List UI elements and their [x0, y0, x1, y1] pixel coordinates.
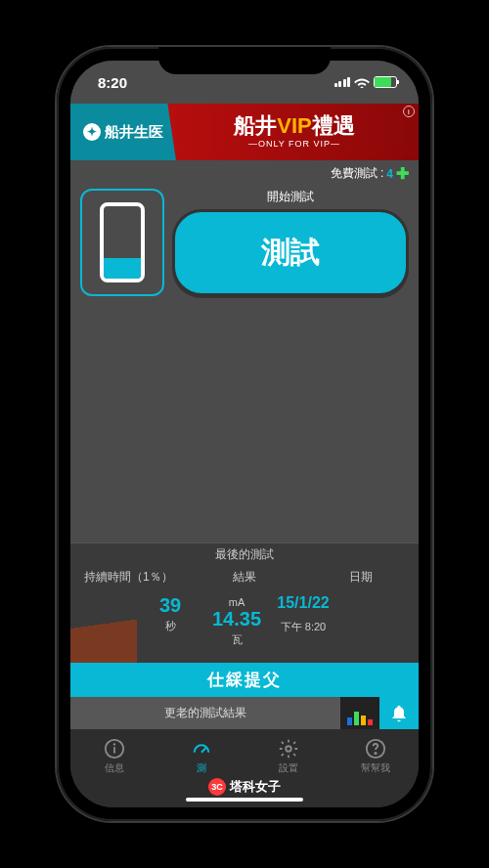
- gear-icon: [277, 738, 300, 760]
- col-result-header: 結果: [187, 566, 303, 588]
- home-indicator-area: 3C 塔科女子: [70, 784, 419, 807]
- start-test-label: 開始測試: [172, 189, 409, 205]
- watermark: 3C 塔科女子: [208, 778, 281, 796]
- result-cell: mA 14.35 瓦: [203, 588, 270, 663]
- col-duration-header: 持續時間（1％）: [70, 566, 187, 588]
- battery-icon: [374, 76, 397, 88]
- bell-icon: [389, 704, 409, 723]
- results-panel: 最後的測試 持續時間（1％） 結果 日期 39 秒 mA 14.35 瓦: [70, 542, 419, 729]
- info-icon: [103, 738, 126, 760]
- signal-icon: [334, 77, 351, 87]
- svg-rect-1: [113, 747, 115, 753]
- tab-bar: 信息 測 設置 幫幫我: [70, 729, 419, 784]
- bell-button[interactable]: [379, 697, 419, 729]
- watermark-icon: 3C: [208, 778, 226, 796]
- results-title: 最後的測試: [70, 543, 419, 566]
- ad-text: 船井VIP禮遇 —ONLY FOR VIP—: [176, 115, 419, 149]
- date-cell: 15/1/22 下午 8:20: [270, 588, 336, 663]
- tab-settings[interactable]: 設置: [244, 729, 332, 784]
- phone-frame: 8:20 ✦ 船井生医 船井VIP禮遇 —ONLY FOR VIP—: [57, 47, 432, 821]
- status-time: 8:20: [98, 74, 127, 91]
- chart-icon[interactable]: [340, 697, 379, 729]
- free-test-counter: 免費測試 : 4 ✚: [70, 160, 419, 185]
- ad-banner[interactable]: ✦ 船井生医 船井VIP禮遇 —ONLY FOR VIP— i: [70, 104, 419, 160]
- col-date-header: 日期: [302, 566, 419, 588]
- older-results-button[interactable]: 更老的測試結果: [70, 697, 340, 729]
- svg-point-4: [286, 746, 291, 752]
- gauge-icon: [190, 738, 213, 760]
- battery-indicator: [80, 189, 164, 296]
- home-indicator[interactable]: [186, 798, 303, 802]
- tab-test[interactable]: 測: [157, 729, 244, 784]
- ad-info-icon[interactable]: i: [403, 106, 415, 117]
- svg-point-2: [112, 743, 114, 745]
- svg-line-3: [201, 748, 206, 753]
- tab-info[interactable]: 信息: [70, 729, 157, 784]
- submit-button[interactable]: 仕綵提父: [70, 663, 419, 697]
- svg-point-6: [375, 753, 376, 754]
- test-button[interactable]: 測試: [172, 209, 409, 296]
- ad-brand: ✦ 船井生医: [70, 104, 176, 160]
- duration-cell: 39 秒: [137, 588, 203, 663]
- notch: [158, 47, 331, 74]
- plus-icon[interactable]: ✚: [396, 164, 409, 183]
- status-right: [334, 76, 398, 88]
- tab-help[interactable]: 幫幫我: [332, 729, 419, 784]
- ad-brand-icon: ✦: [83, 123, 101, 141]
- screen: 8:20 ✦ 船井生医 船井VIP禮遇 —ONLY FOR VIP—: [70, 61, 419, 807]
- help-icon: [364, 738, 387, 760]
- wifi-icon: [354, 76, 370, 88]
